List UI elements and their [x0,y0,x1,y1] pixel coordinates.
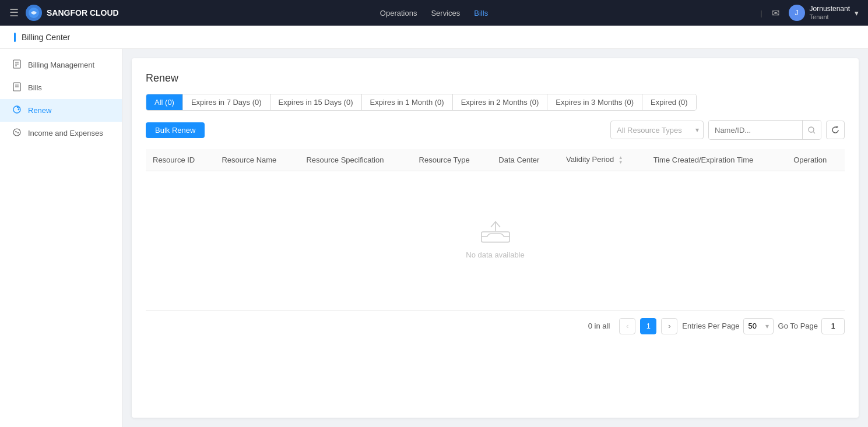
go-to-page-label: Go To Page [778,322,818,330]
refresh-button[interactable] [826,121,845,139]
col-operation: Operation [786,149,845,171]
pagination-bar: 0 in all ‹ 1 › Entries Per Page 50 10 20… [146,310,845,337]
sidebar-label-renew: Renew [28,106,51,115]
tab-expires-7days[interactable]: Expires in 7 Days (0) [183,94,270,110]
tab-bar: All (0) Expires in 7 Days (0) Expires in… [146,94,697,111]
resource-type-select-wrapper: All Resource Types [610,121,704,139]
sidebar-label-billing-management: Billing Management [28,61,94,69]
data-table: Resource ID Resource Name Resource Speci… [146,149,845,171]
col-resource-id: Resource ID [146,149,215,171]
nav-divider: | [760,9,762,17]
sidebar-item-billing-management[interactable]: Billing Management [0,54,122,76]
pagination-prev[interactable]: ‹ [619,318,635,334]
hamburger-menu[interactable]: ☰ [9,6,19,19]
user-menu[interactable]: J Jornustenant Tenant ▾ [789,5,859,21]
search-button[interactable] [802,121,821,139]
per-page-select-wrapper: 50 10 20 100 [743,318,774,334]
per-page-select[interactable]: 50 10 20 100 [743,318,774,334]
svg-marker-9 [17,108,19,111]
empty-text: No data available [466,250,524,259]
top-nav-right: | ✉ J Jornustenant Tenant ▾ [760,5,859,21]
main-layout: Billing Management Bills Renew Income an… [0,49,868,427]
toolbar-right: All Resource Types [610,120,845,140]
top-nav-links: Operations Services Bills [380,9,488,17]
entries-per-page: Entries Per Page 50 10 20 100 [682,318,773,334]
entries-per-page-label: Entries Per Page [682,322,739,330]
bills-icon [12,82,22,93]
search-wrapper [708,120,821,140]
page-title: Renew [146,72,845,84]
col-resource-specification: Resource Specification [299,149,412,171]
search-icon [808,126,816,134]
search-input[interactable] [709,121,802,139]
go-to-page-input[interactable] [821,318,845,334]
empty-state: No data available [146,171,845,306]
notification-bell[interactable]: ✉ [772,8,779,19]
accent-bar [14,33,16,42]
pagination-total: 0 in all [588,322,610,330]
nav-bills[interactable]: Bills [474,9,488,17]
user-name: Jornustenant [810,5,850,13]
col-time-created: Time Created/Expiration Time [646,149,786,171]
user-role: Tenant [810,13,850,21]
app-logo: SANGFOR CLOUD [26,5,119,21]
tab-all[interactable]: All (0) [146,94,183,110]
nav-services[interactable]: Services [431,9,460,17]
bulk-renew-button[interactable]: Bulk Renew [146,122,205,138]
col-validity-period[interactable]: Validity Period ▲▼ [559,149,646,171]
sidebar: Billing Management Bills Renew Income an… [0,49,122,427]
svg-point-11 [809,127,814,132]
svg-line-12 [813,132,815,133]
tab-expires-1month[interactable]: Expires in 1 Month (0) [362,94,453,110]
col-resource-type: Resource Type [412,149,492,171]
renew-icon [12,105,22,116]
sidebar-item-bills[interactable]: Bills [0,76,122,99]
avatar: J [789,5,805,21]
pagination-page-1[interactable]: 1 [640,318,656,334]
top-navigation: ☰ SANGFOR CLOUD Operations Services Bill… [0,0,868,26]
refresh-icon [831,126,839,134]
nav-operations[interactable]: Operations [380,9,417,17]
tab-expires-3months[interactable]: Expires in 3 Months (0) [547,94,642,110]
tab-expired[interactable]: Expired (0) [642,94,696,110]
user-info: Jornustenant Tenant [810,5,850,21]
go-to-page: Go To Page [778,318,845,334]
user-chevron-icon: ▾ [855,9,859,17]
col-data-center: Data Center [491,149,559,171]
sort-icon: ▲▼ [619,156,623,165]
sidebar-label-income-and-expenses: Income and Expenses [28,129,103,137]
billing-management-icon [12,59,22,70]
tab-expires-2months[interactable]: Expires in 2 Months (0) [453,94,548,110]
col-resource-name: Resource Name [215,149,299,171]
sidebar-label-bills: Bills [28,83,42,92]
app-name: SANGFOR CLOUD [47,8,119,17]
empty-tray-icon [477,218,514,246]
logo-icon [26,5,42,21]
toolbar: Bulk Renew All Resource Types [146,120,845,140]
income-expenses-icon [12,128,22,139]
pagination-next[interactable]: › [661,318,677,334]
resource-type-select[interactable]: All Resource Types [610,121,704,139]
main-content: Renew All (0) Expires in 7 Days (0) Expi… [132,58,859,418]
sidebar-item-renew[interactable]: Renew [0,99,122,122]
breadcrumb-bar: Billing Center [0,26,868,49]
svg-marker-13 [837,126,838,128]
tab-expires-15days[interactable]: Expires in 15 Days (0) [270,94,362,110]
breadcrumb-title: Billing Center [22,33,70,42]
sidebar-item-income-and-expenses[interactable]: Income and Expenses [0,122,122,144]
